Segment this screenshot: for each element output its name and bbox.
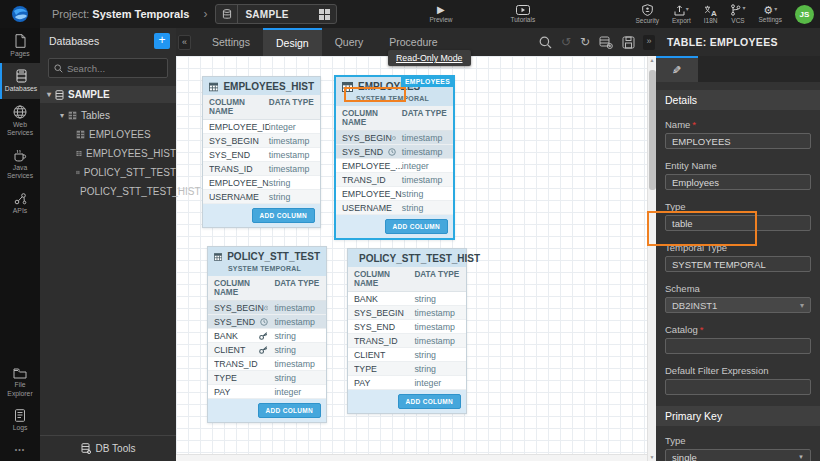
tree-table-name: EMPLOYEES: [89, 129, 151, 140]
export-button[interactable]: ▾ Export: [672, 5, 691, 24]
column-row[interactable]: TRANS_IDtimestamp: [336, 173, 453, 187]
column-row[interactable]: TRANS_IDtimestamp: [203, 162, 320, 176]
column-row[interactable]: SYS_ENDtimestamp: [203, 148, 320, 162]
tree-node-table[interactable]: EMPLOYEES_HIST: [40, 145, 176, 161]
column-row[interactable]: SYS_BEGINtimestamp: [348, 306, 466, 320]
schema-select[interactable]: DB2INST1 ▾: [665, 297, 811, 313]
tree-node-table[interactable]: POLICY_STT_TEST_HIST: [40, 183, 176, 199]
card-header[interactable]: POLICY_STT_TEST SYSTEM TEMPORAL: [208, 247, 326, 276]
database-selector[interactable]: SAMPLE: [215, 4, 337, 24]
grid-view-icon[interactable]: [319, 9, 330, 20]
column-row[interactable]: USERNAMEstring: [203, 190, 320, 204]
column-row[interactable]: EMPLOYEE_...integer: [336, 159, 453, 173]
key-icon: [259, 346, 268, 354]
column-row[interactable]: TRANS_IDtimestamp: [208, 357, 326, 371]
reimport-database-icon[interactable]: [599, 36, 613, 49]
tree-node-tables-folder[interactable]: ▾ Tables: [40, 107, 176, 123]
column-row[interactable]: EMPLOYEE_IDinteger: [203, 120, 320, 134]
rail-item-file-explorer[interactable]: File Explorer: [0, 362, 40, 403]
translate-icon: A: [704, 5, 717, 16]
collapse-panel-button[interactable]: «: [178, 35, 191, 50]
column-row[interactable]: PAYinteger: [348, 376, 466, 390]
card-header[interactable]: EMPLOYEES_HIST: [203, 77, 320, 95]
vcs-button[interactable]: ▾ VCS: [730, 4, 745, 24]
catalog-input[interactable]: [665, 338, 811, 354]
table-card-employees[interactable]: EMPLOYEES EMPLOYEES SYSTEM TEMPORAL COLU…: [334, 75, 455, 240]
database-search-input[interactable]: Search...: [48, 58, 168, 78]
canvas-horizontal-scrollbar[interactable]: [176, 454, 647, 461]
type-input[interactable]: table: [665, 215, 811, 231]
column-row[interactable]: SYS_BEGINtimestamp: [336, 131, 453, 145]
expand-panel-button[interactable]: »: [643, 35, 655, 50]
app-logo[interactable]: [0, 0, 40, 28]
table-card-policy-stt-test[interactable]: POLICY_STT_TEST SYSTEM TEMPORAL COLUMN N…: [207, 246, 327, 423]
column-row[interactable]: TRANS_IDtimestamp: [348, 334, 466, 348]
add-column-button[interactable]: ADD COLUMN: [258, 403, 321, 418]
tab-query[interactable]: Query: [322, 28, 377, 56]
tutorials-button[interactable]: Tutorials: [511, 5, 536, 23]
column-row[interactable]: BANKstring: [348, 292, 466, 306]
preview-button[interactable]: ▶ Preview: [429, 5, 452, 23]
settings-button[interactable]: ⚙ ▾ Settings: [759, 5, 783, 23]
column-row[interactable]: USERNAMEstring: [336, 201, 453, 215]
tree-node-database[interactable]: ▾ SAMPLE: [40, 86, 176, 103]
column-row[interactable]: PAYinteger: [208, 385, 326, 399]
save-icon[interactable]: [622, 36, 635, 49]
pk-type-select[interactable]: single ▼: [665, 449, 811, 461]
column-row[interactable]: CLIENTstring: [208, 343, 326, 357]
rail-item-databases[interactable]: Databases: [0, 63, 40, 98]
table-card-policy-stt-test-hist[interactable]: POLICY_STT_TEST_HIST COLUMN NAME DATA TY…: [347, 248, 467, 414]
add-column-button[interactable]: ADD COLUMN: [385, 219, 448, 234]
top-bar: Project: System Temporals › SAMPLE ▶ Pre…: [0, 0, 820, 28]
rail-item-java-services[interactable]: Java Services: [0, 143, 40, 186]
scroll-down-icon[interactable]: ▼: [650, 453, 655, 461]
table-card-employees-hist[interactable]: EMPLOYEES_HIST COLUMN NAME DATA TYPE EMP…: [202, 76, 321, 228]
db-tools-button[interactable]: DB Tools: [40, 435, 176, 461]
user-avatar[interactable]: JS: [795, 5, 814, 24]
rail-item-apis[interactable]: APIs: [0, 186, 40, 220]
security-button[interactable]: Security: [635, 4, 658, 24]
section-header-primary-key: Primary Key: [656, 406, 820, 426]
schema-design-canvas[interactable]: EMPLOYEES_HIST COLUMN NAME DATA TYPE EMP…: [176, 56, 647, 454]
column-row[interactable]: TYPEstring: [348, 362, 466, 376]
column-row[interactable]: SYS_ENDtimestamp: [336, 145, 453, 159]
add-column-button[interactable]: ADD COLUMN: [252, 208, 315, 223]
column-row[interactable]: EMPLOYEE_NAMEstring: [203, 176, 320, 190]
redo-icon[interactable]: ↻: [580, 36, 590, 48]
chevron-right-icon[interactable]: ›: [203, 7, 207, 21]
tab-settings[interactable]: Settings: [199, 28, 263, 56]
temporal-type-input[interactable]: SYSTEM TEMPORAL: [665, 256, 811, 272]
i18n-button[interactable]: A I18N: [704, 5, 718, 24]
add-column-button[interactable]: ADD COLUMN: [398, 394, 461, 409]
more-options-icon[interactable]: •••: [0, 446, 40, 453]
column-row[interactable]: SYS_ENDtimestamp: [208, 315, 326, 329]
field-default-filter: Default Filter Expression: [656, 365, 820, 395]
chevron-down-icon: ▾: [742, 4, 745, 11]
column-row[interactable]: TYPEstring: [208, 371, 326, 385]
column-row[interactable]: CLIENTstring: [348, 348, 466, 362]
search-icon[interactable]: [539, 36, 552, 49]
canvas-vertical-scrollbar[interactable]: ▲ ▼: [647, 56, 656, 461]
column-row[interactable]: BANKstring: [208, 329, 326, 343]
scroll-up-icon[interactable]: ▲: [650, 56, 655, 64]
tree-node-table[interactable]: POLICY_STT_TEST: [40, 164, 176, 180]
card-header[interactable]: POLICY_STT_TEST_HIST: [348, 249, 466, 267]
undo-icon[interactable]: ↺: [561, 36, 571, 48]
column-row[interactable]: SYS_BEGINtimestamp: [203, 134, 320, 148]
column-row[interactable]: EMPLOYEE_NAMEstring: [336, 187, 453, 201]
column-row[interactable]: SYS_BEGINtimestamp: [208, 301, 326, 315]
add-database-button[interactable]: +: [154, 33, 170, 49]
caret-down-icon: ▾: [60, 111, 64, 120]
field-catalog: Catalog*: [656, 324, 820, 354]
rail-item-pages[interactable]: Pages: [0, 28, 40, 63]
tree-node-table[interactable]: EMPLOYEES: [40, 126, 176, 142]
default-filter-input[interactable]: [665, 379, 811, 395]
entity-name-input[interactable]: Employees: [665, 174, 811, 190]
column-row[interactable]: SYS_ENDtimestamp: [348, 320, 466, 334]
name-input[interactable]: EMPLOYEES: [665, 133, 811, 149]
rail-item-web-services[interactable]: Web Services: [0, 99, 40, 143]
tab-design[interactable]: Design: [263, 28, 322, 56]
scrollbar-thumb[interactable]: [649, 70, 656, 190]
rail-item-logs[interactable]: Logs: [0, 403, 40, 437]
tab-edit-properties[interactable]: ✎: [656, 56, 698, 82]
